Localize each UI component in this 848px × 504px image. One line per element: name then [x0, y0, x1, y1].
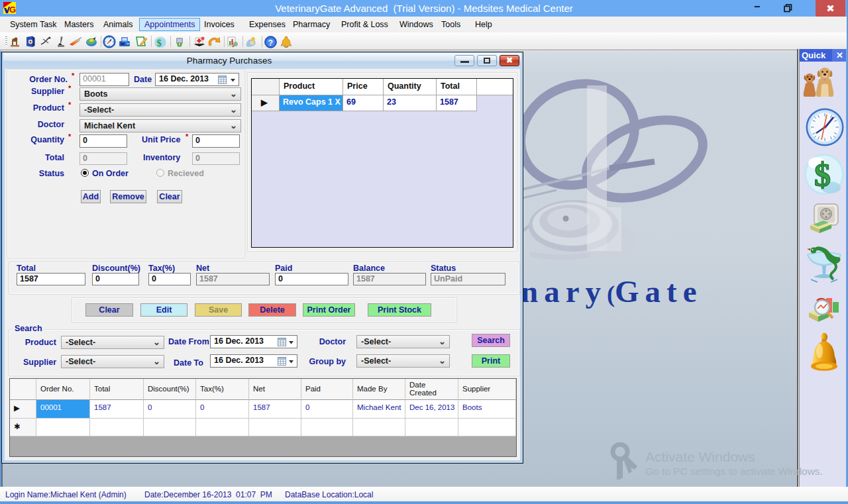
- svg-text:G: G: [9, 5, 16, 14]
- svg-text:?: ?: [268, 38, 274, 48]
- svg-text:$: $: [157, 38, 162, 48]
- svg-text:$: $: [814, 156, 831, 193]
